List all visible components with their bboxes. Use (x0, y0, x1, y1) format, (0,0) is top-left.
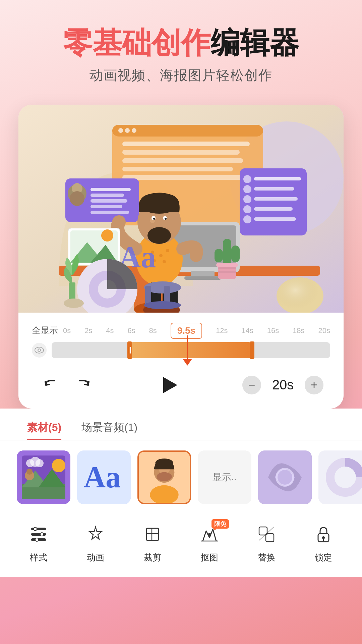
svg-point-43 (159, 254, 163, 257)
tool-style-icon-box (25, 521, 52, 548)
time-0s: 0s (63, 326, 71, 335)
svg-point-102 (157, 472, 172, 481)
tool-cutout[interactable]: 限免 抠图 (188, 521, 231, 564)
time-2s: 2s (84, 326, 92, 335)
playhead[interactable] (183, 335, 192, 366)
thumb-ellipsis-label: 显示.. (213, 471, 237, 484)
svg-rect-10 (122, 167, 233, 171)
thumb-ellipsis[interactable]: 显示.. (198, 450, 251, 504)
tool-lock-label: 锁定 (315, 552, 332, 564)
tool-replace[interactable]: 替换 (245, 521, 288, 564)
cutout-badge: 限免 (212, 519, 229, 529)
track-bar-wrapper[interactable] (52, 342, 330, 358)
svg-point-64 (101, 229, 113, 241)
bottom-panel: 素材(5) 场景音频(1) (0, 409, 362, 577)
duration-minus-button[interactable]: − (242, 376, 261, 394)
subtitle: 动画视频、海报图片轻松创作 (0, 66, 362, 85)
svg-rect-17 (90, 194, 124, 197)
play-button[interactable] (157, 373, 181, 397)
svg-rect-19 (90, 205, 122, 208)
track-handle-left[interactable] (127, 341, 132, 359)
main-title: 零基础创作编辑器 (0, 27, 362, 59)
playhead-line (187, 335, 188, 359)
preview-card: Aa (18, 105, 344, 409)
track-bar-container (32, 342, 330, 358)
thumb-ring[interactable] (318, 450, 362, 504)
svg-point-114 (34, 527, 37, 531)
redo-button[interactable] (72, 373, 96, 397)
svg-point-91 (52, 459, 65, 472)
svg-rect-7 (122, 142, 250, 146)
title-black: 编辑器 (210, 26, 299, 59)
svg-rect-65 (223, 239, 231, 266)
thumb-avatar-selected[interactable] (137, 450, 191, 504)
tabs-row: 素材(5) 场景音频(1) (0, 409, 362, 440)
svg-rect-27 (254, 197, 298, 201)
time-14s: 14s (241, 326, 253, 335)
tool-animation[interactable]: 动画 (74, 521, 117, 564)
title-colored: 零基础创作 (63, 26, 210, 59)
svg-point-96 (26, 469, 33, 475)
tool-crop-icon-box (139, 521, 166, 548)
svg-point-22 (243, 175, 251, 183)
tool-lock[interactable]: 锁定 (302, 521, 345, 564)
svg-rect-20 (90, 211, 129, 214)
controls-area: − 20s + (18, 365, 344, 409)
svg-rect-70 (218, 267, 236, 269)
undo-button[interactable] (39, 373, 62, 397)
svg-point-24 (243, 185, 251, 193)
svg-point-110 (335, 467, 356, 488)
time-18s: 18s (293, 326, 304, 335)
svg-point-6 (132, 128, 136, 133)
svg-point-78 (144, 301, 181, 309)
undo-redo-group (39, 373, 96, 397)
svg-point-30 (243, 215, 251, 223)
svg-point-46 (163, 260, 166, 263)
thumb-text-aa[interactable]: Aa (77, 450, 131, 504)
svg-rect-8 (122, 150, 240, 155)
tool-lock-icon-box (310, 521, 337, 548)
track-row: 全显示 0s 2s 4s 6s 8s 9.5s 12s 14s 16s 18s … (32, 323, 330, 339)
svg-rect-18 (90, 199, 127, 203)
svg-rect-9 (122, 158, 243, 163)
time-20s: 20s (318, 326, 330, 335)
duration-plus-button[interactable]: + (305, 376, 323, 394)
illustration-area: Aa (18, 105, 344, 313)
svg-point-82 (64, 299, 84, 308)
thumb-landscape[interactable] (17, 450, 70, 504)
svg-rect-117 (146, 528, 159, 540)
svg-point-28 (243, 205, 251, 213)
tool-crop[interactable]: 裁剪 (131, 521, 174, 564)
svg-rect-67 (231, 246, 240, 262)
svg-point-120 (208, 533, 211, 536)
svg-rect-71 (218, 271, 236, 273)
playhead-triangle (183, 359, 192, 366)
svg-point-15 (70, 191, 84, 206)
tab-audio[interactable]: 场景音频(1) (71, 415, 147, 440)
header-area: 零基础创作编辑器 动画视频、海报图片轻松创作 (0, 0, 362, 98)
svg-point-94 (36, 459, 44, 467)
svg-point-85 (39, 349, 40, 351)
svg-point-115 (40, 533, 44, 536)
tool-replace-label: 替换 (258, 552, 275, 564)
time-16s: 16s (267, 326, 279, 335)
timeline-label: 全显示 (32, 325, 58, 336)
thumb-shape1[interactable] (258, 450, 312, 504)
tool-crop-label: 裁剪 (144, 552, 161, 564)
svg-rect-23 (254, 177, 301, 180)
svg-rect-69 (216, 263, 238, 267)
tool-style[interactable]: 样式 (17, 521, 60, 564)
illustration-svg: Aa (18, 105, 344, 313)
thumbnails-row: Aa 显示.. (0, 440, 362, 514)
svg-point-53 (153, 218, 155, 220)
tab-materials[interactable]: 素材(5) (17, 415, 71, 440)
track-eye-icon[interactable] (32, 343, 47, 358)
time-6s: 6s (127, 326, 135, 335)
track-handle-right[interactable] (250, 341, 254, 359)
svg-point-44 (166, 249, 169, 252)
svg-point-80 (277, 277, 323, 313)
time-8s: 8s (149, 326, 157, 335)
time-12s: 12s (216, 326, 228, 335)
time-markers-row: 0s 2s 4s 6s 8s 9.5s 12s 14s 16s 18s 20s (63, 323, 330, 339)
svg-point-26 (243, 195, 251, 203)
